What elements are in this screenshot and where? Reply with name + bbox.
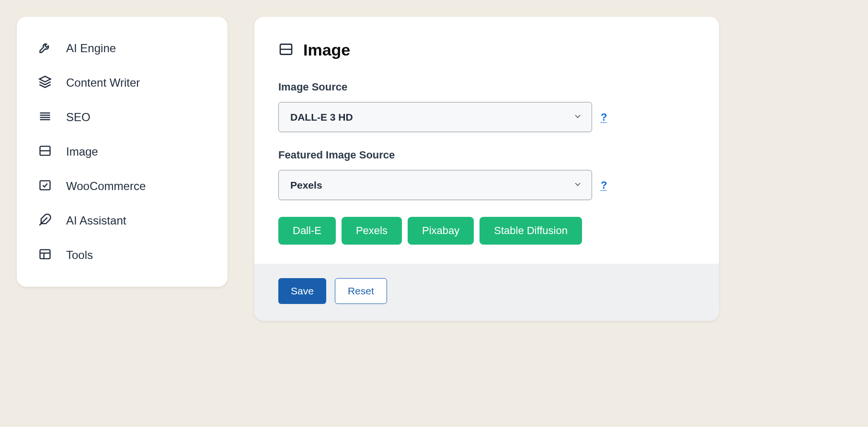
featured-image-source-select[interactable]: Pexels: [278, 170, 592, 200]
reset-button[interactable]: Reset: [335, 278, 387, 304]
field-image-source: Image Source DALL-E 3 HD ?: [278, 81, 695, 132]
sidebar-item-woocommerce[interactable]: WooCommerce: [29, 169, 216, 203]
layout-icon: [38, 144, 52, 159]
layout-icon: [278, 42, 294, 59]
wrench-icon: [38, 41, 52, 56]
svg-rect-7: [40, 181, 50, 190]
sidebar-item-seo[interactable]: SEO: [29, 100, 216, 135]
sidebar-item-label: Tools: [66, 248, 93, 262]
sidebar-item-label: WooCommerce: [66, 180, 146, 193]
provider-buttons: Dall-E Pexels Pixabay Stable Diffusion: [278, 217, 695, 245]
image-settings-panel: Image Image Source DALL-E 3 HD ? Feature…: [254, 17, 719, 321]
panel-body: Image Image Source DALL-E 3 HD ? Feature…: [254, 17, 719, 264]
help-link-image-source[interactable]: ?: [601, 111, 607, 124]
check-square-icon: [38, 179, 52, 194]
sidebar: AI Engine Content Writer SEO Image WooCo…: [17, 17, 228, 287]
field-featured-image-source: Featured Image Source Pexels ?: [278, 149, 695, 200]
sidebar-item-label: AI Assistant: [66, 214, 126, 227]
panel-title: Image: [278, 41, 695, 59]
image-source-select[interactable]: DALL-E 3 HD: [278, 102, 592, 132]
provider-pixabay-button[interactable]: Pixabay: [408, 217, 474, 245]
sidebar-item-label: AI Engine: [66, 42, 116, 55]
sidebar-item-label: Content Writer: [66, 76, 140, 90]
sidebar-item-tools[interactable]: Tools: [29, 238, 216, 272]
provider-pexels-button[interactable]: Pexels: [342, 217, 402, 245]
layers-icon: [38, 75, 52, 90]
sidebar-item-ai-assistant[interactable]: AI Assistant: [29, 203, 216, 238]
sidebar-item-image[interactable]: Image: [29, 135, 216, 169]
save-button[interactable]: Save: [278, 278, 326, 304]
lines-icon: [38, 110, 52, 125]
sidebar-item-content-writer[interactable]: Content Writer: [29, 66, 216, 100]
provider-dall-e-button[interactable]: Dall-E: [278, 217, 336, 245]
feather-icon: [38, 213, 52, 228]
page-title: Image: [303, 41, 350, 59]
sidebar-item-label: SEO: [66, 111, 91, 124]
help-link-featured-image-source[interactable]: ?: [601, 179, 607, 191]
provider-stable-diffusion-button[interactable]: Stable Diffusion: [480, 217, 582, 245]
svg-marker-0: [39, 76, 50, 82]
sidebar-item-ai-engine[interactable]: AI Engine: [29, 31, 216, 66]
grid-icon: [38, 247, 52, 263]
svg-rect-9: [40, 250, 50, 259]
sidebar-item-label: Image: [66, 145, 98, 158]
field-label: Image Source: [278, 81, 695, 93]
panel-footer: Save Reset: [254, 264, 719, 321]
field-label: Featured Image Source: [278, 149, 695, 161]
